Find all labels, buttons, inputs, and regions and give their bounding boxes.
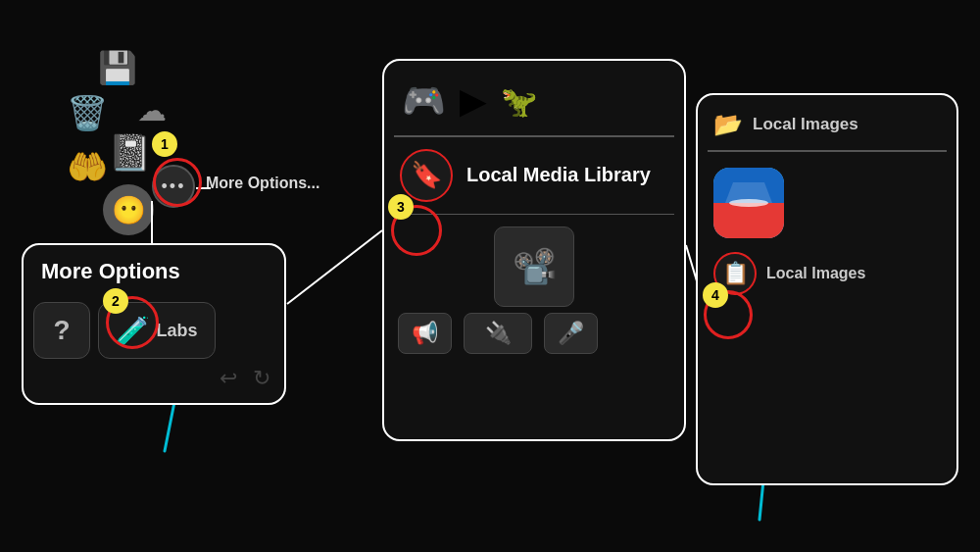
app-icon-preview	[713, 168, 784, 238]
speaker-icon: 📢	[412, 321, 438, 346]
person-icon: 🤲	[67, 147, 108, 186]
mic2-icon: 🎤	[558, 321, 584, 346]
arrow-left-icon: ↩	[220, 366, 237, 391]
more-options-title: More Options	[41, 259, 180, 284]
help-icon-box[interactable]: ?	[33, 302, 90, 359]
local-images-row-label: Local Images	[766, 265, 865, 282]
media-small-icon-2[interactable]: 🔌	[464, 313, 532, 354]
media-small-icon-3[interactable]: 🎤	[544, 313, 598, 354]
local-images-panel: 📂 Local Images 📋 Local Images	[696, 93, 958, 485]
panel-bottom-icons: ↩ ↻	[220, 366, 270, 391]
avatar-icon: 😶	[103, 184, 154, 235]
media-library-header: 🎮 ▶ 🦖	[384, 61, 684, 135]
local-images-header-title: Local Images	[753, 115, 858, 134]
media-origami-icon[interactable]: 🔖	[400, 149, 453, 202]
svg-marker-10	[725, 182, 772, 203]
preview-svg	[713, 168, 784, 238]
upload-icon: ☁	[137, 93, 167, 127]
twitch-icon: 🎮	[402, 80, 446, 122]
folder-open-icon: 📂	[713, 111, 743, 138]
media-small-icon-1[interactable]: 📢	[398, 313, 452, 354]
book-icon: 📓	[108, 132, 152, 174]
media-library-label: Local Media Library	[466, 164, 651, 186]
step-badge-1: 1	[152, 131, 177, 157]
step-badge-3: 3	[388, 194, 414, 220]
local-images-item-row[interactable]: 📋 Local Images	[713, 252, 941, 295]
floppy-icon: 💾	[98, 49, 137, 86]
more-options-label: More Options...	[206, 175, 319, 192]
camera-main-icon[interactable]: 📽️	[494, 226, 574, 307]
svg-line-2	[287, 230, 382, 304]
labs-label: Labs	[156, 321, 197, 341]
svg-line-4	[165, 402, 174, 451]
step-badge-4: 4	[703, 282, 728, 308]
svg-rect-8	[713, 203, 784, 238]
highlight-circle-1	[153, 158, 202, 207]
dino-icon: 🦖	[501, 84, 537, 119]
youtube-icon: ▶	[460, 80, 487, 122]
question-mark-icon: ?	[53, 315, 70, 346]
refresh-icon: ↻	[253, 366, 270, 391]
trash-icon: 🗑️	[67, 93, 108, 132]
local-images-content: 📋 Local Images	[698, 152, 956, 311]
local-images-header: 📂 Local Images	[698, 95, 956, 150]
cable-icon: 🔌	[485, 321, 512, 346]
step-badge-2: 2	[103, 288, 128, 314]
media-bottom-row: 📢 🔌 🎤	[384, 313, 684, 364]
